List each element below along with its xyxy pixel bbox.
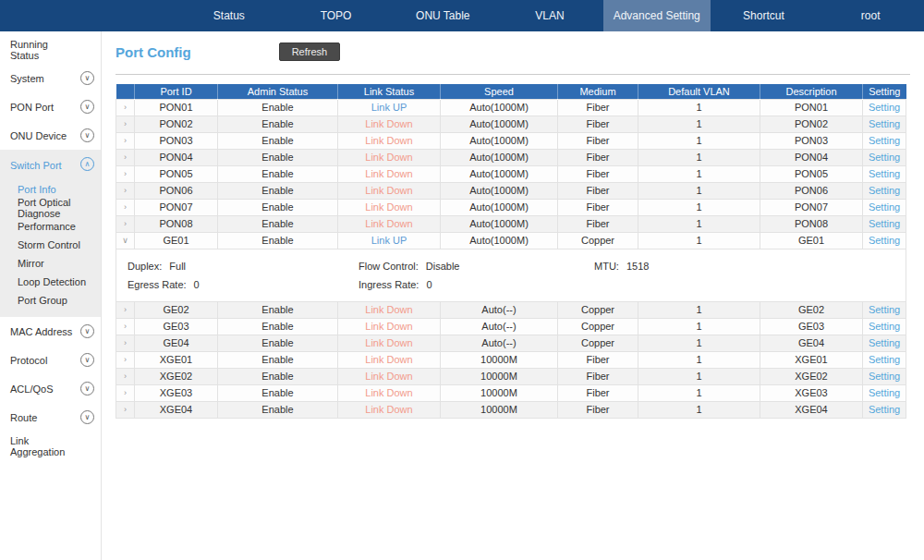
topnav-item-vlan[interactable]: VLAN: [496, 0, 603, 31]
cell-link-status: Link Down: [338, 165, 441, 182]
expand-row-icon[interactable]: ›: [116, 116, 135, 132]
cell-port-id: PON06: [135, 182, 218, 199]
sidebar-subitem-mirror[interactable]: Mirror: [0, 254, 101, 273]
topnav-item-advanced-setting[interactable]: Advanced Setting: [603, 0, 711, 31]
topnav-item-topo[interactable]: TOPO: [283, 0, 390, 31]
sidebar-item-running-status[interactable]: Running Status: [0, 35, 101, 64]
table-row-pon06: ›PON06EnableLink DownAuto(1000M)Fiber1PO…: [116, 182, 906, 199]
cell-link-status: Link Down: [338, 401, 441, 418]
cell-port-id: PON02: [135, 116, 218, 132]
topnav-item-root[interactable]: root: [817, 0, 924, 31]
sidebar-item-link-aggregation[interactable]: Link Aggregation: [0, 432, 101, 460]
topnav-item-status[interactable]: Status: [176, 0, 283, 31]
table-row-ge01: ∨GE01EnableLink UPAuto(1000M)Copper1GE01…: [116, 232, 906, 249]
sidebar-item-acl-qos[interactable]: ACL/QoS∨: [0, 374, 101, 403]
refresh-button[interactable]: Refresh: [279, 43, 341, 61]
cell-port-id: PON04: [135, 149, 218, 165]
setting-link[interactable]: Setting: [863, 232, 906, 249]
sidebar-item-label: Running Status: [10, 39, 79, 61]
sidebar-group-running-status: Running Status: [0, 35, 101, 64]
expand-row-icon[interactable]: ›: [116, 182, 135, 199]
cell-description: GE02: [760, 301, 863, 318]
setting-link[interactable]: Setting: [863, 368, 906, 384]
setting-link[interactable]: Setting: [863, 401, 906, 418]
setting-link[interactable]: Setting: [863, 335, 906, 351]
expand-row-icon[interactable]: ›: [116, 384, 135, 401]
sidebar-item-protocol[interactable]: Protocol∨: [0, 346, 101, 374]
cell-link-status: Link UP: [338, 99, 441, 116]
cell-admin-status: Enable: [218, 318, 338, 335]
expand-row-icon[interactable]: ›: [116, 401, 135, 418]
sidebar-item-label: Protocol: [10, 355, 47, 366]
setting-link[interactable]: Setting: [863, 199, 906, 215]
detail-line-1: Duplex:FullFlow Control:DisableMTU:1518: [128, 257, 894, 275]
expanded-detail-row: Duplex:FullFlow Control:DisableMTU:1518E…: [116, 249, 906, 301]
expand-row-icon[interactable]: ›: [116, 301, 135, 318]
chevron-down-icon: ∨: [80, 100, 94, 114]
expand-row-icon[interactable]: ›: [116, 368, 135, 384]
cell-link-status: Link Down: [338, 116, 441, 132]
sidebar-subitem-storm-control[interactable]: Storm Control: [0, 236, 101, 254]
expand-row-icon[interactable]: ›: [116, 351, 135, 368]
expand-row-icon[interactable]: ›: [116, 165, 135, 182]
sidebar-item-system[interactable]: System∨: [0, 64, 101, 92]
sidebar-item-onu-device[interactable]: ONU Device∨: [0, 121, 101, 150]
sidebar: Running StatusSystem∨PON Port∨ONU Device…: [0, 31, 102, 560]
cell-default-vlan: 1: [638, 368, 760, 384]
collapse-row-icon[interactable]: ∨: [116, 232, 135, 249]
sidebar-subitem-port-group[interactable]: Port Group: [0, 291, 101, 310]
setting-link[interactable]: Setting: [863, 165, 906, 182]
cell-admin-status: Enable: [218, 351, 338, 368]
topnav-item-onu-table[interactable]: ONU Table: [389, 0, 496, 31]
cell-medium: Copper: [558, 232, 638, 249]
expand-row-icon[interactable]: ›: [116, 318, 135, 335]
expand-row-icon[interactable]: ›: [116, 149, 135, 165]
sidebar-item-switch-port[interactable]: Switch Port∧: [0, 150, 101, 180]
sidebar-subitem-port-info[interactable]: Port Info: [0, 180, 101, 199]
header-port-id: Port ID: [135, 84, 218, 99]
table-row-ge03: ›GE03EnableLink DownAuto(--)Copper1GE03S…: [116, 318, 906, 335]
setting-link[interactable]: Setting: [863, 318, 906, 335]
sidebar-subitem-performance[interactable]: Performance: [0, 217, 101, 236]
egress-rate-value: 0: [194, 279, 200, 290]
setting-link[interactable]: Setting: [863, 116, 906, 132]
cell-default-vlan: 1: [638, 116, 760, 132]
expand-row-icon[interactable]: ›: [116, 132, 135, 149]
sidebar-item-route[interactable]: Route∨: [0, 403, 101, 432]
sidebar-group-onu-device: ONU Device∨: [0, 121, 101, 150]
expanded-detail-cell: Duplex:FullFlow Control:DisableMTU:1518E…: [116, 249, 906, 301]
expand-row-icon[interactable]: ›: [116, 215, 135, 232]
setting-link[interactable]: Setting: [863, 351, 906, 368]
sidebar-item-pon-port[interactable]: PON Port∨: [0, 92, 101, 121]
header-medium: Medium: [558, 84, 638, 99]
cell-port-id: PON01: [135, 99, 218, 116]
expand-row-icon[interactable]: ›: [116, 335, 135, 351]
sidebar-group-link-aggregation: Link Aggregation: [0, 432, 101, 460]
setting-link[interactable]: Setting: [863, 182, 906, 199]
cell-speed: Auto(1000M): [441, 132, 558, 149]
expand-row-icon[interactable]: ›: [116, 199, 135, 215]
cell-speed: 10000M: [441, 384, 558, 401]
sidebar-item-mac-address[interactable]: MAC Address∨: [0, 317, 101, 346]
topnav-item-shortcut[interactable]: Shortcut: [711, 0, 818, 31]
table-row-pon02: ›PON02EnableLink DownAuto(1000M)Fiber1PO…: [116, 116, 906, 132]
cell-speed: Auto(1000M): [441, 165, 558, 182]
expand-row-icon[interactable]: ›: [116, 99, 135, 116]
cell-admin-status: Enable: [218, 301, 338, 318]
cell-medium: Fiber: [558, 384, 638, 401]
setting-link[interactable]: Setting: [863, 301, 906, 318]
setting-link[interactable]: Setting: [863, 149, 906, 165]
setting-link[interactable]: Setting: [863, 99, 906, 116]
cell-admin-status: Enable: [218, 199, 338, 215]
setting-link[interactable]: Setting: [863, 215, 906, 232]
cell-speed: Auto(1000M): [441, 149, 558, 165]
setting-link[interactable]: Setting: [863, 132, 906, 149]
cell-link-status: Link Down: [338, 132, 441, 149]
cell-default-vlan: 1: [638, 301, 760, 318]
cell-port-id: GE02: [135, 301, 218, 318]
sidebar-subitem-loop-detection[interactable]: Loop Detection: [0, 273, 101, 291]
sidebar-group-acl-qos: ACL/QoS∨: [0, 374, 101, 403]
cell-speed: Auto(1000M): [441, 182, 558, 199]
setting-link[interactable]: Setting: [863, 384, 906, 401]
sidebar-subitem-port-optical-diagnose[interactable]: Port Optical Diagnose: [0, 199, 101, 217]
